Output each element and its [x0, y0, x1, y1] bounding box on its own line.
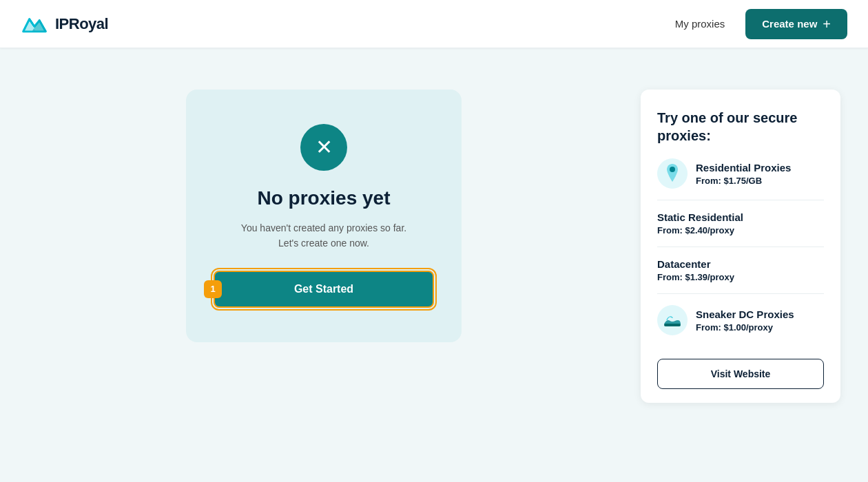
- x-icon: ✕: [316, 137, 333, 158]
- no-proxies-card: ✕ No proxies yet You haven't created any…: [186, 90, 462, 342]
- proxy-price: From: $2.40/proxy: [657, 225, 824, 235]
- list-item: Static Residential From: $2.40/proxy: [657, 200, 824, 247]
- logo: IPRoyal: [21, 14, 108, 34]
- proxies-panel: Try one of our secure proxies: Residenti…: [641, 90, 840, 403]
- get-started-wrapper: 1 Get Started: [214, 271, 434, 308]
- proxy-price: From: $1.39/proxy: [657, 272, 824, 282]
- svg-point-4: [670, 167, 675, 172]
- visit-website-button[interactable]: Visit Website: [657, 359, 824, 389]
- proxy-item-text: Sneaker DC Proxies From: $1.00/proxy: [696, 308, 824, 333]
- proxy-item-text: Residential Proxies From: $1.75/GB: [696, 162, 824, 186]
- residential-proxies-icon: [657, 158, 688, 189]
- create-new-label: Create new: [762, 18, 817, 30]
- proxy-price: From: $1.75/GB: [696, 176, 824, 186]
- plus-icon: +: [823, 17, 831, 31]
- list-item: Datacenter From: $1.39/proxy: [657, 247, 824, 294]
- proxy-list: Residential Proxies From: $1.75/GB Stati…: [657, 158, 824, 346]
- right-section: Try one of our secure proxies: Residenti…: [641, 90, 840, 403]
- logo-text: IPRoyal: [55, 15, 108, 33]
- left-section: ✕ No proxies yet You haven't created any…: [28, 90, 620, 342]
- proxy-price: From: $1.00/proxy: [696, 322, 824, 333]
- list-item: Residential Proxies From: $1.75/GB: [657, 158, 824, 200]
- svg-rect-6: [664, 324, 681, 326]
- proxy-name: Sneaker DC Proxies: [696, 308, 824, 320]
- get-started-button[interactable]: Get Started: [214, 271, 434, 308]
- step-badge: 1: [204, 280, 222, 298]
- list-item: Sneaker DC Proxies From: $1.00/proxy: [657, 294, 824, 346]
- no-proxies-subtitle: You haven't created any proxies so far. …: [241, 220, 406, 251]
- proxy-item-text: Static Residential From: $2.40/proxy: [657, 211, 824, 235]
- header: IPRoyal My proxies Create new +: [0, 0, 868, 48]
- proxies-panel-title: Try one of our secure proxies:: [657, 109, 824, 145]
- no-proxies-title: No proxies yet: [258, 187, 391, 209]
- proxy-name: Datacenter: [657, 258, 824, 270]
- proxy-name: Residential Proxies: [696, 162, 824, 174]
- create-new-button[interactable]: Create new +: [745, 9, 847, 39]
- proxy-name: Static Residential: [657, 211, 824, 223]
- proxy-item-text: Datacenter From: $1.39/proxy: [657, 258, 824, 282]
- x-icon-circle: ✕: [300, 124, 347, 171]
- logo-icon: [21, 14, 48, 34]
- main-content: ✕ No proxies yet You haven't created any…: [0, 48, 868, 482]
- svg-point-5: [657, 305, 688, 335]
- header-right: My proxies Create new +: [675, 9, 847, 39]
- sneaker-proxies-icon: [657, 305, 688, 335]
- my-proxies-link[interactable]: My proxies: [675, 18, 725, 30]
